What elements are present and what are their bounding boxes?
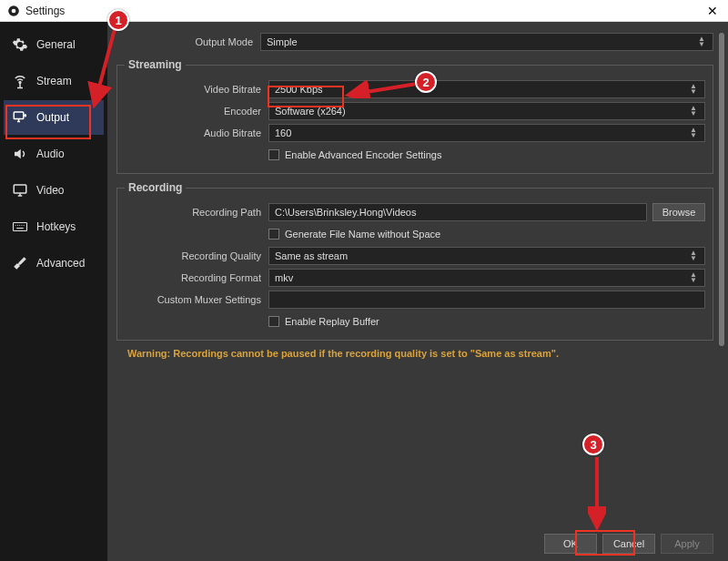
window-title: Settings [25,5,65,17]
recording-path-input[interactable]: C:\Users\Brinksley.Hong\Videos [268,203,647,221]
sidebar-item-audio[interactable]: Audio [4,137,104,171]
dialog-footer: OK Cancel Apply [107,526,728,561]
sidebar-item-stream[interactable]: Stream [4,64,104,98]
checkbox-box [268,149,279,160]
svg-point-1 [12,8,16,13]
speaker-icon [11,145,29,163]
encoder-select[interactable]: Software (x264) ▲▼ [268,102,705,120]
sidebar-item-label: General [36,38,76,51]
apply-button: Apply [661,534,713,554]
encoder-label: Encoder [125,106,268,117]
enable-advanced-encoder-checkbox[interactable]: Enable Advanced Encoder Settings [268,146,441,164]
sidebar-item-label: Stream [36,75,72,87]
antenna-icon [11,72,29,90]
settings-sidebar: General Stream Output Audio Video Hotkey… [0,22,107,561]
svg-rect-4 [14,185,26,193]
sidebar-item-label: Hotkeys [36,220,76,233]
muxer-label: Custom Muxer Settings [125,294,268,305]
settings-window: Settings ✕ General Stream Output Audio [0,0,728,561]
monitor-output-icon [11,108,29,127]
streaming-legend: Streaming [125,58,186,71]
cancel-button[interactable]: Cancel [602,534,655,554]
gear-icon [11,36,29,54]
recording-format-select[interactable]: mkv ▲▼ [268,269,705,287]
muxer-input[interactable] [268,291,705,309]
svg-point-2 [19,82,21,84]
audio-bitrate-label: Audio Bitrate [125,128,268,138]
ok-button[interactable]: OK [544,534,597,554]
output-mode-select[interactable]: Simple ▲▼ [260,33,713,51]
settings-content: Output Mode Simple ▲▼ Streaming Video Bi… [107,22,728,561]
window-close-button[interactable]: ✕ [704,4,721,18]
recording-group: Recording Recording Path C:\Users\Brinks… [116,181,713,341]
sidebar-item-label: Video [36,184,64,197]
vertical-scrollbar[interactable] [719,33,724,346]
audio-bitrate-select[interactable]: 160 ▲▼ [268,124,705,142]
sidebar-item-label: Output [36,111,69,124]
sidebar-item-label: Advanced [36,257,85,270]
sidebar-item-video[interactable]: Video [4,173,104,208]
svg-rect-5 [14,223,27,231]
monitor-icon [11,181,29,199]
recording-path-label: Recording Path [125,207,268,218]
warning-text: Warning: Recordings cannot be paused if … [127,348,713,359]
video-bitrate-input[interactable]: 2500 Kbps ▲▼ [268,80,705,98]
sidebar-item-label: Audio [36,148,65,160]
streaming-group: Streaming Video Bitrate 2500 Kbps ▲▼ Enc… [116,58,713,174]
recording-quality-select[interactable]: Same as stream ▲▼ [268,247,705,265]
app-logo-icon [7,5,20,17]
recording-legend: Recording [125,181,186,194]
sidebar-item-general[interactable]: General [4,27,104,62]
sidebar-item-advanced[interactable]: Advanced [4,246,104,280]
video-bitrate-label: Video Bitrate [125,84,268,95]
sidebar-item-hotkeys[interactable]: Hotkeys [4,209,104,244]
recording-format-label: Recording Format [125,272,268,283]
checkbox-box [268,316,279,327]
browse-button[interactable]: Browse [652,203,705,221]
scrollbar-thumb[interactable] [719,33,724,346]
replay-buffer-checkbox[interactable]: Enable Replay Buffer [268,312,379,331]
checkbox-box [268,229,279,240]
keyboard-icon [11,218,29,236]
tools-icon [11,254,29,272]
svg-rect-3 [14,112,24,119]
output-mode-label: Output Mode [116,36,260,47]
gen-filename-checkbox[interactable]: Generate File Name without Space [268,225,440,243]
titlebar: Settings ✕ [0,0,728,22]
recording-quality-label: Recording Quality [125,250,268,261]
sidebar-item-output[interactable]: Output [4,100,104,135]
